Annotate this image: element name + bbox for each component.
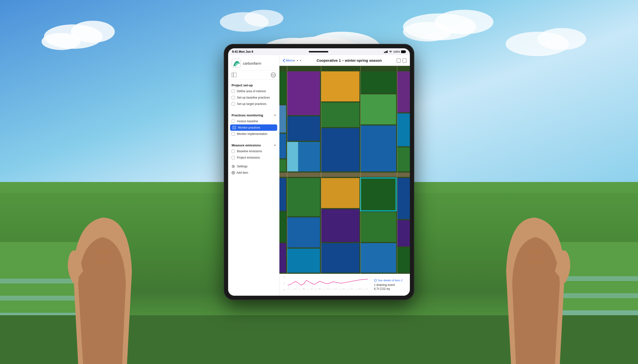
sidebar-item-monitor-implementation[interactable]: Monitor implementation [228, 131, 279, 137]
sidebar-item-baseline-emissions[interactable]: Baseline emissions [228, 148, 279, 154]
signal-icon [384, 50, 388, 53]
svg-rect-70 [279, 212, 286, 242]
chart-left: 4 2 0 [279, 274, 371, 296]
svg-rect-77 [321, 243, 359, 272]
status-time: 9:41 Mon Jun 6 [232, 50, 253, 54]
svg-rect-83 [397, 248, 410, 272]
svg-rect-55 [287, 116, 320, 141]
nav-label-define-area: Define area of interest [237, 90, 266, 93]
practices-monitoring-section: Practices monitoring ▾ Assess baseline M… [228, 110, 279, 140]
status-notch [309, 51, 328, 52]
sidebar-item-define-area[interactable]: Define area of interest [228, 88, 279, 94]
svg-text:O: O [359, 288, 360, 289]
map-container[interactable] [279, 66, 410, 274]
measure-chevron: ▾ [274, 144, 276, 147]
sidebar-item-assess-baseline[interactable]: Assess baseline [228, 118, 279, 124]
svg-rect-30 [386, 51, 387, 53]
svg-point-43 [233, 166, 234, 167]
sidebar-item-settings[interactable]: Settings [228, 163, 279, 170]
svg-text:i: i [375, 280, 376, 281]
sidebar-toggle-icon[interactable] [232, 73, 237, 77]
svg-text:M: M [303, 288, 304, 289]
svg-point-40 [273, 75, 274, 76]
window-controls [397, 58, 406, 62]
checkbox-baseline-practices [232, 96, 235, 99]
y-label-mid: 2 [279, 282, 285, 284]
sidebar-item-monitor-practices[interactable]: Monitor practices [230, 124, 277, 131]
sidebar-item-baseline-practices[interactable]: Set-up baseline practices [228, 94, 279, 101]
svg-rect-69 [279, 178, 286, 211]
battery-label: 100% [393, 50, 400, 53]
nav-label-settings: Settings [237, 165, 248, 168]
svg-rect-65 [397, 147, 410, 172]
checkbox-baseline-emissions [232, 150, 235, 153]
checkbox-target-practices [232, 102, 235, 106]
tablet-device: 9:41 Mon Jun 6 100% [224, 44, 414, 300]
svg-rect-81 [397, 178, 410, 219]
logo-box: carbonfarm [232, 58, 276, 68]
tablet-screen: 9:41 Mon Jun 6 100% [228, 48, 410, 296]
nav-label-project-emissions: Project emissions [237, 156, 260, 159]
svg-text:J: J [335, 288, 336, 289]
svg-rect-75 [321, 178, 359, 208]
app-content: carbonfarm [228, 55, 410, 296]
measure-emissions-header[interactable]: Measure emissions ▾ [228, 142, 279, 148]
svg-rect-82 [397, 220, 410, 246]
nav-label-add-item: Add Item [237, 171, 248, 174]
svg-rect-94 [287, 142, 298, 172]
svg-rect-79 [360, 212, 396, 242]
sidebar-add-item[interactable]: Add Item [228, 170, 279, 176]
svg-text:N: N [367, 288, 368, 289]
sidebar-item-project-emissions[interactable]: Project emissions [228, 154, 279, 161]
see-details-link[interactable]: i See details of farm 2 [374, 279, 407, 282]
svg-rect-51 [279, 105, 286, 132]
nav-label-baseline-emissions: Baseline emissions [237, 150, 262, 153]
back-button[interactable]: Menu [283, 58, 294, 62]
window-btn-1[interactable] [397, 58, 400, 62]
info-icon: i [374, 279, 377, 282]
svg-rect-78 [360, 178, 396, 211]
logo-icon [232, 58, 241, 68]
svg-rect-49 [279, 172, 410, 177]
status-icons: 100% [384, 50, 406, 53]
chart-stat-1: 1 draining event [374, 283, 407, 287]
svg-rect-33 [405, 51, 406, 52]
nav-label-monitor-implementation: Monitor implementation [237, 132, 268, 136]
svg-rect-52 [279, 134, 286, 158]
svg-text:A: A [343, 288, 344, 289]
sidebar-item-target-practices[interactable]: Set-up target practices [228, 101, 279, 107]
svg-point-39 [272, 75, 273, 76]
window-btn-2[interactable] [402, 58, 406, 62]
y-label-top: 4 [279, 276, 285, 278]
svg-rect-57 [321, 71, 359, 101]
chart-svg: J F M A M J J A S O N [288, 276, 368, 289]
svg-text:M: M [319, 288, 320, 289]
svg-rect-34 [401, 51, 405, 53]
svg-rect-31 [387, 50, 388, 53]
options-icon[interactable] [271, 72, 276, 77]
project-setup-title: Project set-up [228, 82, 279, 88]
svg-rect-50 [279, 71, 286, 104]
top-bar: Menu • • • Cooperative 1 – winter-spring… [279, 55, 410, 66]
svg-rect-61 [360, 94, 396, 124]
settings-icon [232, 165, 235, 168]
svg-rect-80 [360, 243, 396, 272]
logo-area: carbonfarm [228, 55, 279, 70]
svg-point-41 [274, 75, 275, 76]
logo-text: carbonfarm [243, 61, 261, 66]
chart-right: i See details of farm 2 1 draining event… [371, 274, 410, 296]
nav-label-assess-baseline: Assess baseline [237, 120, 258, 123]
sidebar: carbonfarm [228, 55, 279, 296]
back-chevron-icon [283, 59, 285, 62]
svg-rect-72 [287, 178, 320, 216]
svg-rect-73 [287, 218, 320, 248]
checkbox-monitor-implementation [232, 132, 235, 136]
svg-rect-71 [279, 243, 286, 272]
practices-monitoring-header[interactable]: Practices monitoring ▾ [228, 112, 279, 118]
practices-chevron: ▾ [274, 114, 276, 117]
svg-rect-54 [287, 71, 320, 115]
svg-text:F: F [295, 288, 296, 289]
checkbox-assess-baseline [232, 120, 235, 123]
main-panel: Menu • • • Cooperative 1 – winter-spring… [279, 55, 410, 296]
svg-text:A: A [311, 288, 312, 289]
